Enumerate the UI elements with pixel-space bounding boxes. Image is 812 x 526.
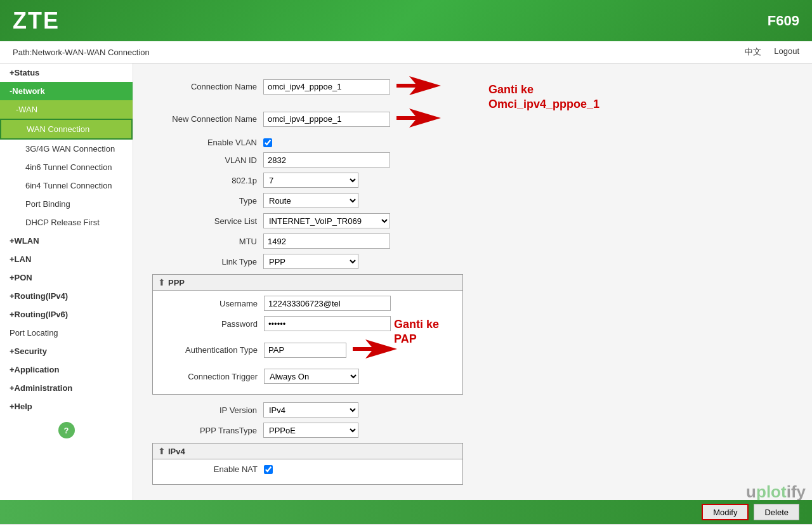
conn-trigger-select[interactable]: Always On [264, 369, 359, 384]
link-type-label: Link Type [152, 257, 263, 266]
ppp-section-body: Username Password Authentication Type [153, 291, 462, 394]
new-connection-name-input[interactable] [263, 112, 390, 127]
sidebar-item-wan-connection[interactable]: WAN Connection [0, 119, 133, 140]
ppp-section-header[interactable]: ⬆ PPP [153, 275, 462, 291]
sidebar-item-routing-ipv4[interactable]: +Routing(IPv4) [0, 287, 133, 305]
lang-link[interactable]: 中文 [745, 46, 761, 58]
ip-version-row: IP Version IPv4 [152, 402, 533, 418]
content-area: Connection Name Ganti keOmci_ipv4_pppoe_… [133, 63, 812, 500]
zte-logo: ZTE [13, 8, 60, 34]
sidebar-item-network[interactable]: -Network [0, 82, 133, 100]
enable-nat-row: Enable NAT [153, 464, 462, 474]
mtu-row: MTU [152, 233, 533, 249]
sidebar-item-security[interactable]: +Security [0, 342, 133, 360]
ppp-section: ⬆ PPP Username Password Authentication T… [152, 274, 463, 395]
vlan-id-row: VLAN ID [152, 152, 533, 168]
sidebar-item-dhcp-release[interactable]: DHCP Release First [0, 213, 133, 232]
ppp-transtype-label: PPP TransType [152, 426, 263, 435]
ip-version-label: IP Version [152, 405, 263, 415]
arrow1-icon [396, 73, 441, 98]
service-list-label: Service List [152, 216, 263, 226]
enable-nat-label: Enable NAT [153, 464, 264, 474]
dot1p-label: 802.1p [152, 176, 263, 185]
connection-name-row: Connection Name Ganti keOmci_ipv4_pppoe_… [152, 73, 533, 100]
sidebar-item-help[interactable]: +Help [0, 397, 133, 416]
type-row: Type Route [152, 193, 533, 208]
sidebar-item-port-binding[interactable]: Port Binding [0, 195, 133, 213]
enable-vlan-checkbox[interactable] [263, 138, 272, 147]
password-label: Password [153, 319, 264, 329]
ppp-transtype-row: PPP TransType PPPoE [152, 423, 533, 438]
conn-trigger-label: Connection Trigger [153, 372, 264, 381]
dot1p-select[interactable]: 7 [263, 173, 358, 188]
topbar-links: 中文 Logout [745, 46, 799, 58]
annotation-2: Ganti kePAP [394, 317, 439, 347]
new-connection-name-label: New Connection Name [152, 114, 263, 124]
sidebar-item-lan[interactable]: +LAN [0, 250, 133, 268]
sidebar-item-status[interactable]: +Status [0, 63, 133, 82]
type-select[interactable]: Route [263, 193, 358, 208]
logout-link[interactable]: Logout [774, 46, 799, 58]
connection-name-label: Connection Name [152, 82, 263, 91]
delete-button[interactable]: Delete [754, 504, 799, 520]
ipv4-collapse-icon[interactable]: ⬆ [158, 446, 166, 456]
footer: Modify Delete [0, 500, 812, 524]
svg-marker-1 [396, 108, 441, 128]
enable-vlan-row: Enable VLAN [152, 138, 533, 147]
sidebar-item-wan[interactable]: -WAN [0, 100, 133, 119]
sidebar-item-application[interactable]: +Application [0, 360, 133, 379]
link-type-select[interactable]: PPP [263, 254, 358, 269]
mtu-label: MTU [152, 237, 263, 246]
type-label: Type [152, 196, 263, 206]
vlan-id-label: VLAN ID [152, 155, 263, 165]
ipv4-section: ⬆ IPv4 Enable NAT [152, 443, 463, 485]
sidebar-item-4in6[interactable]: 4in6 Tunnel Connection [0, 158, 133, 176]
mtu-input[interactable] [263, 233, 390, 249]
sidebar-item-port-locating[interactable]: Port Locating [0, 324, 133, 342]
new-connection-name-row: New Connection Name [152, 105, 533, 133]
vlan-id-input[interactable] [263, 152, 390, 168]
help-button[interactable]: ? [58, 422, 75, 438]
conn-trigger-row: Connection Trigger Always On [153, 369, 462, 384]
auth-type-input[interactable] [264, 343, 346, 358]
svg-marker-0 [396, 76, 441, 95]
svg-marker-2 [353, 339, 397, 358]
ppp-collapse-icon[interactable]: ⬆ [158, 277, 166, 287]
header: ZTE F609 [0, 0, 812, 41]
arrow2-icon [396, 105, 441, 131]
service-list-select[interactable]: INTERNET_VoIP_TR069 [263, 213, 390, 228]
password-input[interactable] [264, 316, 391, 331]
sidebar-item-6in4[interactable]: 6in4 Tunnel Connection [0, 176, 133, 195]
ip-version-select[interactable]: IPv4 [263, 402, 358, 418]
link-type-row: Link Type PPP [152, 254, 533, 269]
main-layout: +Status -Network -WAN WAN Connection 3G/… [0, 63, 812, 500]
sidebar-item-3g4g[interactable]: 3G/4G WAN Connection [0, 140, 133, 158]
service-list-row: Service List INTERNET_VoIP_TR069 [152, 213, 533, 228]
sidebar-item-wlan[interactable]: +WLAN [0, 232, 133, 250]
connection-name-input[interactable] [263, 79, 390, 95]
form-table: Connection Name Ganti keOmci_ipv4_pppoe_… [152, 73, 533, 269]
auth-type-row: Authentication Type Ganti kePAP [153, 336, 462, 364]
ipv4-section-header[interactable]: ⬆ IPv4 [153, 444, 462, 459]
username-input[interactable] [264, 296, 391, 311]
sidebar-item-administration[interactable]: +Administration [0, 379, 133, 397]
dot1p-row: 802.1p 7 [152, 173, 533, 188]
auth-type-label: Authentication Type [153, 345, 264, 355]
ppp-transtype-select[interactable]: PPPoE [263, 423, 358, 438]
ppp-section-label: PPP [168, 278, 185, 287]
ip-form-table: IP Version IPv4 PPP TransType PPPoE [152, 402, 533, 438]
arrow3-icon [353, 336, 397, 362]
model-label: F609 [768, 13, 799, 29]
sidebar: +Status -Network -WAN WAN Connection 3G/… [0, 63, 133, 500]
modify-button[interactable]: Modify [702, 504, 749, 520]
topbar: Path:Network-WAN-WAN Connection 中文 Logou… [0, 41, 812, 63]
sidebar-item-routing-ipv6[interactable]: +Routing(IPv6) [0, 305, 133, 324]
enable-nat-checkbox[interactable] [264, 465, 273, 474]
sidebar-item-pon[interactable]: +PON [0, 268, 133, 287]
ipv4-section-body: Enable NAT [153, 459, 462, 484]
ipv4-section-label: IPv4 [168, 447, 185, 456]
breadcrumb: Path:Network-WAN-WAN Connection [13, 48, 150, 57]
annotation-1: Ganti keOmci_ipv4_pppoe_1 [488, 82, 599, 112]
username-label: Username [153, 299, 264, 308]
username-row: Username [153, 296, 462, 311]
